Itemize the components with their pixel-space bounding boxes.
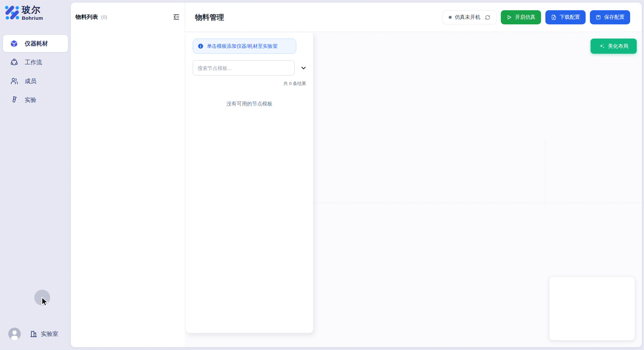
sidebar-item-experiments[interactable]: 实验	[3, 91, 68, 108]
materials-list-count: (0)	[101, 14, 107, 20]
canvas-guide-horizontal	[313, 203, 642, 203]
sidebar-item-workflow[interactable]: 工作流	[3, 54, 68, 71]
brand-logo: 玻尔 Bohrium	[4, 5, 43, 21]
file-download-icon	[551, 15, 557, 20]
template-search-input[interactable]	[193, 60, 295, 75]
cube-icon	[10, 40, 18, 48]
users-icon	[10, 77, 18, 85]
chevron-down-icon[interactable]	[301, 65, 306, 71]
template-hint-text: 单击模板添加仪器/耗材至实验室	[207, 43, 277, 49]
sparkles-icon	[599, 43, 605, 49]
template-panel: 单击模板添加仪器/耗材至实验室 共 0 条结果 没有可用的节点模板	[186, 33, 313, 333]
save-config-button[interactable]: 保存配置	[590, 10, 630, 24]
page-title: 物料管理	[195, 13, 224, 22]
avatar[interactable]	[8, 328, 21, 340]
workflow-icon	[10, 58, 18, 67]
building-icon	[30, 330, 38, 338]
test-tube-icon	[10, 96, 18, 104]
sidebar-item-members[interactable]: 成员	[3, 73, 68, 90]
materials-list-panel: 物料列表 (0)	[71, 3, 185, 347]
start-simulation-button[interactable]: 开启仿真	[501, 10, 541, 24]
simulation-status-badge: 仿真未开机	[442, 10, 497, 24]
sidebar-item-label: 成员	[25, 77, 36, 85]
minimap-panel[interactable]	[549, 277, 635, 340]
canvas-guide-vertical	[545, 141, 545, 209]
beautify-layout-button[interactable]: 美化布局	[591, 39, 637, 54]
sidebar-item-label: 实验	[25, 96, 36, 104]
sidebar-footer: 实验室	[0, 327, 71, 340]
brand-name-cn: 玻尔	[22, 5, 43, 15]
template-hint-alert: 单击模板添加仪器/耗材至实验室	[193, 39, 296, 54]
info-icon	[198, 43, 204, 49]
brand-name-en: Bohrium	[22, 15, 43, 21]
status-dot	[449, 16, 452, 19]
refresh-icon[interactable]	[485, 15, 490, 20]
template-empty-text: 没有可用的节点模板	[186, 101, 313, 107]
page-header: 物料管理 仿真未开机 开启仿真 下载配置	[185, 3, 642, 32]
bohrium-logo-icon	[4, 5, 20, 20]
download-config-button[interactable]: 下载配置	[545, 10, 586, 24]
main-window: 物料列表 (0) 物料管理 仿真未开机 开启仿真	[71, 3, 642, 347]
sidebar-item-instruments[interactable]: 仪器耗材	[3, 35, 68, 52]
lab-label[interactable]: 实验室	[41, 330, 58, 338]
play-icon	[506, 15, 512, 20]
save-icon	[596, 15, 601, 20]
status-label: 仿真未开机	[455, 14, 481, 21]
sidebar-nav: 仪器耗材 工作流 成员	[3, 35, 68, 110]
template-result-count: 共 0 条结果	[283, 81, 306, 87]
sidebar-item-label: 仪器耗材	[25, 40, 48, 47]
sidebar-item-label: 工作流	[25, 58, 42, 66]
workspace-canvas[interactable]: 单击模板添加仪器/耗材至实验室 共 0 条结果 没有可用的节点模板 美化布局	[185, 32, 642, 347]
materials-list-title: 物料列表	[76, 13, 98, 21]
sidebar: 玻尔 Bohrium 仪器耗材 工作流	[0, 0, 71, 350]
menu-fold-icon[interactable]	[173, 13, 180, 21]
